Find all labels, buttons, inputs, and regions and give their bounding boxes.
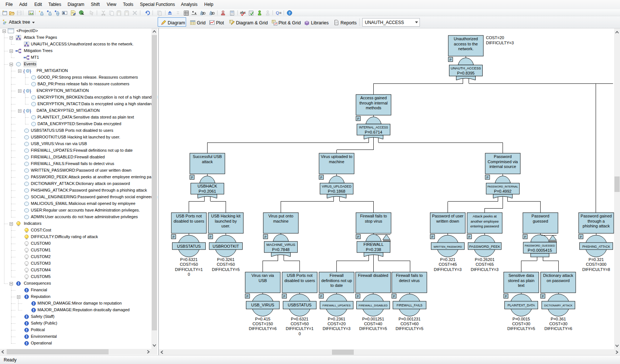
svg-text:Password: Password [531, 214, 549, 218]
svg-text:P: P [264, 235, 267, 239]
svg-text:P=0.321: P=0.321 [589, 257, 604, 262]
svg-text:COST=20: COST=20 [486, 35, 504, 40]
svg-text:COST=50: COST=50 [180, 262, 198, 267]
svg-text:Successful USB: Successful USB [193, 154, 222, 159]
svg-text:to date: to date [330, 283, 343, 288]
svg-text:DIFFICULTY=1: DIFFICULTY=1 [175, 267, 203, 272]
svg-text:{: { [23, 88, 25, 93]
svg-text:user.: user. [222, 224, 230, 228]
svg-text:COST=20: COST=20 [328, 322, 346, 326]
svg-text:launched by: launched by [215, 219, 237, 223]
svg-text:P: P [320, 295, 322, 298]
svg-text:P: P [524, 235, 526, 239]
svg-text:P=0.0005415: P=0.0005415 [528, 248, 552, 253]
svg-text:P=0.6321: P=0.6321 [291, 317, 308, 321]
svg-text:PASSWORD_PEEK: PASSWORD_PEEK [469, 244, 500, 248]
svg-text:Password: Password [494, 154, 511, 159]
svg-text:USB_VIRUS: USB_VIRUS [251, 303, 274, 307]
svg-text:P=0.2061: P=0.2061 [199, 189, 216, 193]
svg-text:P=0.415: P=0.415 [255, 317, 270, 321]
svg-text:P: P [357, 295, 359, 298]
svg-text:DIFFICULTY=5: DIFFICULTY=5 [212, 267, 240, 272]
svg-text:text: text [518, 283, 525, 288]
svg-text:P: P [580, 235, 582, 239]
svg-text:INTERNAL_ACCESS: INTERNAL_ACCESS [359, 126, 388, 129]
svg-text:P: P [246, 295, 249, 298]
svg-text:Virus uploaded to: Virus uploaded to [321, 154, 352, 159]
svg-text:0: 0 [298, 332, 301, 336]
svg-text:P: P [172, 235, 175, 239]
svg-text:COST=65: COST=65 [476, 262, 494, 267]
svg-text:COST=50: COST=50 [217, 262, 235, 267]
svg-text:COST=45: COST=45 [439, 262, 457, 267]
svg-text:access to the: access to the [454, 42, 478, 46]
svg-text:USBSTATUS: USBSTATUS [288, 303, 311, 307]
svg-text:Q: Q [276, 11, 279, 15]
svg-text:COST=30: COST=30 [549, 322, 567, 326]
svg-text:USB: USB [258, 278, 267, 283]
svg-text:machine: machine [273, 219, 289, 223]
svg-text:P=0.321: P=0.321 [440, 257, 455, 262]
svg-text:P=0.4992: P=0.4992 [494, 189, 511, 193]
svg-text:Virus ran via: Virus ran via [251, 273, 274, 278]
svg-text:guessed: guessed [533, 219, 548, 223]
svg-text:?: ? [288, 11, 290, 15]
svg-text:PLAINTEXT_DATA: PLAINTEXT_DATA [507, 303, 535, 307]
svg-text:phishing attack: phishing attack [583, 224, 610, 228]
svg-text:0: 0 [188, 272, 190, 277]
svg-text:P=0.001231: P=0.001231 [398, 317, 421, 321]
svg-text:machine: machine [329, 159, 345, 164]
svg-text:entering password: entering password [470, 224, 499, 228]
svg-text:Password of user: Password of user [432, 214, 463, 218]
svg-text:P=0.3261: P=0.3261 [217, 257, 234, 262]
svg-text:PASSWORD_INTERNAL: PASSWORD_INTERNAL [487, 185, 518, 188]
svg-text:Virus put onto: Virus put onto [268, 214, 294, 218]
svg-text:}: } [30, 108, 31, 113]
svg-text:USB Hacking kit: USB Hacking kit [211, 214, 240, 218]
svg-text:WRITTEN_PASSWORD: WRITTEN_PASSWORD [434, 245, 462, 248]
svg-text:COST=150: COST=150 [253, 322, 273, 326]
svg-text:}: } [30, 68, 31, 73]
svg-text:USBHACK: USBHACK [198, 184, 217, 188]
svg-text:Firewall fails to: Firewall fails to [396, 273, 423, 278]
svg-text:through internal: through internal [359, 101, 387, 105]
svg-text:P=0.6321: P=0.6321 [180, 257, 198, 262]
svg-text:FIREWALL: FIREWALL [363, 242, 384, 247]
svg-text:P: P [505, 295, 507, 298]
svg-text:DIFFICULTY=6: DIFFICULTY=6 [544, 326, 572, 331]
svg-text:P=0.001251: P=0.001251 [362, 317, 384, 321]
svg-text:DIFFICULTY=5: DIFFICULTY=5 [395, 326, 423, 331]
svg-text:written down: written down [436, 219, 459, 223]
svg-text:P=0.7848: P=0.7848 [272, 247, 290, 252]
svg-text:DIFFICULTY=6: DIFFICULTY=6 [249, 326, 277, 331]
svg-text:COST=50: COST=50 [291, 322, 309, 326]
svg-text:P: P [191, 176, 193, 179]
svg-text:PASSWORD_GUESSED: PASSWORD_GUESSED [525, 244, 555, 247]
svg-text:P=0.8395: P=0.8395 [457, 71, 475, 75]
svg-text:P: P [357, 235, 359, 239]
svg-text:P: P [449, 58, 452, 62]
svg-text:COST=60: COST=60 [400, 322, 418, 326]
svg-text:P=0.1868: P=0.1868 [328, 189, 345, 193]
svg-text:USBROOTKIT: USBROOTKIT [213, 244, 239, 248]
svg-text:{: { [23, 108, 25, 113]
svg-text:P=0.238: P=0.238 [366, 247, 381, 252]
svg-text:Comprimised via: Comprimised via [488, 159, 518, 164]
svg-text:COST=40: COST=40 [364, 322, 382, 326]
svg-text:P: P [542, 295, 544, 298]
svg-text:Access gained: Access gained [360, 96, 387, 100]
svg-text:FIREWALL_DISABLED: FIREWALL_DISABLED [359, 304, 388, 307]
svg-text:Firewall disabled: Firewall disabled [358, 273, 388, 278]
svg-text:{: { [23, 68, 25, 73]
svg-text:Firewall: Firewall [330, 273, 344, 278]
svg-text:definitions not up: definitions not up [321, 278, 352, 283]
svg-text:Unauthorized: Unauthorized [454, 37, 478, 41]
svg-text:VIRUS_UPLOADED: VIRUS_UPLOADED [322, 185, 351, 188]
svg-text:P: P [283, 295, 285, 298]
svg-text:DIFFICULTY=3: DIFFICULTY=3 [486, 41, 514, 45]
svg-text:COST=30: COST=30 [512, 322, 530, 326]
svg-text:P=0.0015: P=0.0015 [513, 317, 530, 321]
svg-text:Password gained: Password gained [580, 214, 612, 218]
svg-text:P=0.6714: P=0.6714 [365, 130, 382, 134]
svg-text:USBSTATUS: USBSTATUS [177, 244, 201, 248]
